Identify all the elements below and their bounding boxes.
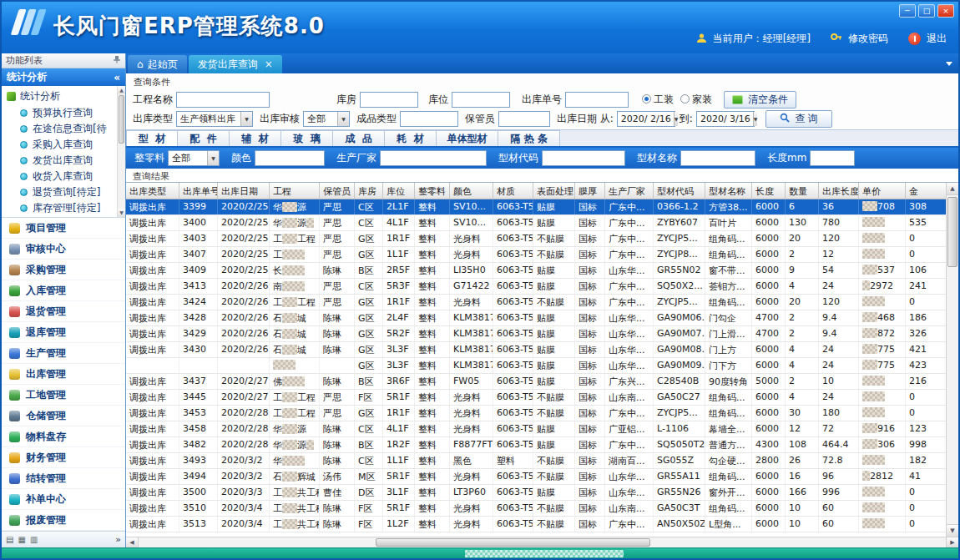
column-header[interactable]: 材质: [493, 183, 533, 199]
query-button[interactable]: 查 询: [765, 110, 832, 128]
tree-root[interactable]: 统计分析: [2, 88, 125, 105]
table-row[interactable]: 调拨出库34282020/2/26石城陈琳G区2L4F整料KLM38176063…: [126, 310, 946, 326]
scroll-down-icon[interactable]: ▼: [118, 209, 125, 217]
grid-vertical-scrollbar[interactable]: ▲ ▼: [946, 183, 958, 537]
minimize-button[interactable]: ─: [899, 4, 916, 18]
table-row[interactable]: 调拨出库34302020/2/26石城陈琳G区3L3F整料KLM38176063…: [126, 342, 946, 358]
sidebar-menu-item[interactable]: 仓储管理: [2, 406, 125, 426]
column-header[interactable]: 型材名称: [705, 183, 752, 199]
sidebar-menu-item[interactable]: 财务管理: [2, 447, 125, 468]
collapse-icon[interactable]: «: [114, 72, 120, 83]
column-header[interactable]: 生产厂家: [605, 183, 654, 199]
table-row[interactable]: 调拨出库34532020/2/28工工程严思G区1R1F整料光身料6063-T5…: [126, 406, 946, 421]
length-input[interactable]: [810, 150, 855, 166]
table-row[interactable]: 调拨出库34372020/2/27佛陈琳B区3R6F整料FW056063-T5贴…: [126, 374, 946, 390]
product-type-input[interactable]: [400, 111, 458, 127]
clear-conditions-button[interactable]: 清空条件: [724, 91, 796, 108]
sidebar-menu-item[interactable]: 出库管理: [2, 364, 125, 385]
table-row[interactable]: 调拨出库34132020/2/26南严思C区5R3F整料G714226063-T…: [126, 279, 946, 295]
table-row[interactable]: 调拨出库35002020/3/3工共工程曹佳D区3L1F整料LT3P606063…: [126, 485, 946, 501]
tree-item[interactable]: 库存管理[待定]: [2, 200, 125, 216]
column-header[interactable]: 保管员: [320, 183, 355, 199]
table-row[interactable]: G区3L3F整料KLM38176063-T5贴膜国标山东华...GA90M09.…: [126, 358, 946, 374]
table-row[interactable]: 调拨出库34942020/3/2石辉城汤伟M区5R1F整料光身料6063-T5不…: [126, 469, 946, 485]
maximize-button[interactable]: □: [918, 4, 935, 18]
scroll-down-icon[interactable]: ▼: [947, 524, 958, 537]
tree-item[interactable]: 收货入库查询: [2, 169, 125, 184]
table-row[interactable]: 调拨出库35102020/3/4工共工程陈琳F区5R1F整料光身料6063-T5…: [126, 501, 946, 517]
grid-view-icon[interactable]: ▦: [18, 535, 25, 544]
sidebar-menu-item[interactable]: 补单中心: [2, 489, 125, 510]
sidebar-menu-item[interactable]: 审核中心: [2, 239, 125, 260]
column-header[interactable]: 金: [906, 183, 946, 199]
column-header[interactable]: 膜厚: [575, 183, 605, 199]
table-row[interactable]: 调拨出库34582020/2/28华源陈琳C区4L1F整料光身料6063-T5贴…: [126, 421, 946, 437]
material-tab[interactable]: 型 材: [126, 130, 178, 146]
slot-input[interactable]: [452, 92, 510, 108]
sidebar-menu-item[interactable]: 生产管理: [2, 343, 125, 364]
date-from-picker[interactable]: 2020/ 2/16▼: [617, 111, 675, 127]
audit-select[interactable]: 全部▼: [303, 111, 350, 127]
table-row[interactable]: 调拨出库35132020/3/4工共工程陈琳F区1L2F整料光身料6063-T5…: [126, 517, 946, 532]
material-tab[interactable]: 隔 热 条: [498, 130, 560, 146]
table-row[interactable]: 调拨出库34932020/3/2华陈琳C区1L1F整料黑色塑料不贴膜国标湖南百.…: [126, 453, 946, 469]
material-tab[interactable]: 配 件: [178, 130, 230, 146]
manufacturer-input[interactable]: [380, 150, 487, 166]
profile-name-input[interactable]: [680, 150, 755, 166]
material-tab[interactable]: 玻 璃: [281, 130, 333, 146]
column-header[interactable]: 颜色: [450, 183, 493, 199]
sidebar-menu-item[interactable]: 项目管理: [2, 218, 125, 239]
table-row[interactable]: 调拨出库34822020/2/28华源陈琳B区1R2F整料F8877FT6063…: [126, 437, 946, 453]
scroll-up-icon[interactable]: ▲: [947, 183, 958, 195]
sidebar-menu-item[interactable]: 入库管理: [2, 280, 125, 301]
sidebar-menu-item[interactable]: 退货管理: [2, 301, 125, 322]
vertical-scrollbar-thumb[interactable]: [947, 197, 957, 267]
tab-home-page[interactable]: ⌂起始页: [128, 55, 187, 73]
grid-horizontal-scrollbar[interactable]: ◀ ▶: [126, 537, 958, 547]
material-tab[interactable]: 耗 材: [385, 130, 437, 146]
project-name-input[interactable]: [176, 92, 270, 108]
column-header[interactable]: 出库日期: [218, 183, 270, 199]
table-row[interactable]: 调拨出库34092020/2/25长陈琳B区2R5F整料LI35H06063-T…: [126, 263, 946, 279]
color-input[interactable]: [255, 150, 325, 166]
tab-list-dropdown-icon[interactable]: [946, 62, 952, 66]
column-header[interactable]: 整零料: [415, 183, 450, 199]
whole-part-select[interactable]: 全部▼: [168, 150, 220, 166]
list-view-icon[interactable]: ▤: [6, 535, 13, 544]
scroll-left-icon[interactable]: ◀: [126, 537, 139, 547]
tree-scrollbar[interactable]: ▲ ▼: [117, 86, 125, 217]
column-header[interactable]: 数量: [786, 183, 819, 199]
table-row[interactable]: 调拨出库33992020/2/25华源严思C区2L1F整料SV10...6063…: [126, 199, 946, 215]
tree-item[interactable]: 退货查询[待定]: [2, 184, 125, 200]
column-header[interactable]: 库位: [383, 183, 415, 199]
tree-item[interactable]: 预算执行查询: [2, 105, 125, 121]
sidebar-menu-item[interactable]: 报废管理: [2, 510, 125, 531]
warehouse-input[interactable]: [360, 92, 418, 108]
change-password-link[interactable]: 修改密码: [848, 32, 888, 46]
tree-scrollbar-thumb[interactable]: [119, 95, 124, 144]
sidebar-menu-item[interactable]: 退库管理: [2, 322, 125, 343]
column-header[interactable]: 出库单号: [179, 183, 218, 199]
material-tab[interactable]: 辅 材: [230, 130, 281, 146]
radio-work-clothing[interactable]: 工装: [642, 93, 674, 107]
date-to-picker[interactable]: 2020/ 3/16▼: [696, 111, 755, 127]
column-header[interactable]: 出库长度: [819, 183, 859, 199]
order-no-input[interactable]: [565, 92, 629, 108]
column-header[interactable]: 出库类型: [126, 183, 179, 199]
table-row[interactable]: 调拨出库34242020/2/26工工程严思G区1R1F整料光身料6063-T5…: [126, 295, 946, 310]
material-tab[interactable]: 单体型材: [437, 130, 498, 146]
scroll-right-icon[interactable]: ▶: [946, 537, 958, 547]
column-header[interactable]: 工程: [270, 183, 320, 199]
table-row[interactable]: 调拨出库34032020/2/25工工程严思G区1R1F整料光身料6063-T5…: [126, 231, 946, 247]
profile-code-input[interactable]: [542, 150, 625, 166]
column-header[interactable]: 库房: [355, 183, 383, 199]
sidebar-menu-item[interactable]: 采购管理: [2, 260, 125, 280]
tree-item[interactable]: 在途信息查询[待: [2, 121, 125, 137]
pin-icon[interactable]: [113, 55, 121, 66]
table-row[interactable]: 调拨出库34452020/2/27工工程严思F区5R1F整料光身料6063-T5…: [126, 390, 946, 406]
out-type-select[interactable]: 生产领料出库▼: [176, 111, 253, 127]
tab-shipment-query[interactable]: 发货出库查询×: [189, 55, 282, 73]
material-tab[interactable]: 成 品: [333, 130, 385, 146]
sidebar-menu-item[interactable]: 结转管理: [2, 468, 125, 489]
scroll-up-icon[interactable]: ▲: [118, 86, 125, 94]
